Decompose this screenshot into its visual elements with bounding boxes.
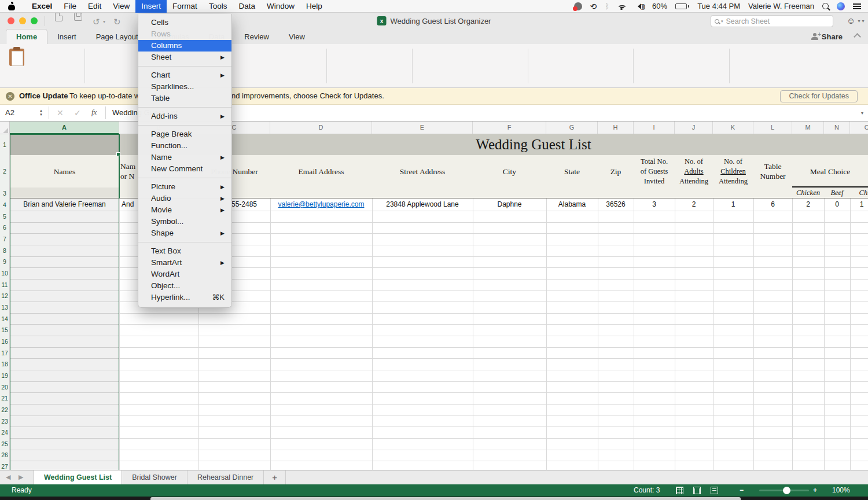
zoom-slider-knob[interactable]	[783, 487, 790, 494]
menu-item-sheet[interactable]: Sheet▶	[138, 52, 231, 63]
row-header-24[interactable]: 24	[0, 427, 9, 438]
column-header-a[interactable]: A	[10, 122, 119, 134]
column-header-i[interactable]: I	[634, 122, 675, 134]
header-zip[interactable]: Zip	[598, 155, 634, 188]
header-state[interactable]: State	[546, 155, 598, 188]
cell-children-row4[interactable]: 1	[713, 199, 753, 210]
subheader-beef[interactable]: Beef	[824, 188, 850, 198]
menubar-item-view[interactable]: View	[107, 0, 135, 13]
check-for-updates-button[interactable]: Check for Updates	[780, 90, 858, 102]
wifi-icon[interactable]	[617, 3, 627, 10]
menu-item-wordart[interactable]: WordArt	[138, 269, 231, 280]
row-header-20[interactable]: 20	[0, 382, 9, 392]
menubar-item-edit[interactable]: Edit	[82, 0, 107, 13]
feedback-smiley-icon[interactable]: ☺ ▾	[847, 16, 865, 25]
column-header-n[interactable]: N	[824, 122, 850, 134]
cell-chicken-row4[interactable]: 2	[792, 199, 824, 210]
column-header-o[interactable]: O	[850, 122, 868, 134]
menu-item-text-box[interactable]: Text Box	[138, 245, 231, 257]
header-total-guests[interactable]: Total No.of GuestsInvited	[634, 155, 675, 188]
menu-item-hyperlink[interactable]: Hyperlink...⌘K	[138, 292, 231, 303]
row-header-9[interactable]: 9	[0, 256, 9, 267]
row-header-23[interactable]: 23	[0, 416, 9, 427]
page-break-view-icon[interactable]	[711, 487, 718, 494]
row-header-7[interactable]: 7	[0, 234, 9, 244]
time-machine-icon[interactable]: ⟲	[590, 2, 597, 11]
row-header-strip[interactable]: 1234567891011121314151617181920212223242…	[0, 134, 10, 470]
cell-state-row4[interactable]: Alabama	[546, 199, 598, 210]
bluetooth-icon[interactable]: ᛒ	[605, 2, 609, 10]
menu-item-rows[interactable]: Rows	[138, 28, 231, 40]
row-header-15[interactable]: 15	[0, 325, 9, 335]
header-meal-choice[interactable]: Meal Choice	[792, 155, 868, 188]
menu-item-chart[interactable]: Chart▶	[138, 69, 231, 81]
menu-item-symbol[interactable]: Symbol...	[138, 216, 231, 227]
menubar-item-insert[interactable]: Insert	[135, 0, 167, 13]
row-header-1[interactable]: 1	[0, 139, 9, 150]
siri-icon[interactable]	[837, 2, 845, 10]
menubar-item-format[interactable]: Format	[167, 0, 203, 13]
undo-icon[interactable]: ↺	[93, 17, 100, 27]
column-header-e[interactable]: E	[372, 122, 473, 134]
row-header-21[interactable]: 21	[0, 393, 9, 403]
row-header-16[interactable]: 16	[0, 336, 9, 347]
search-sheet-input[interactable]: ▾ Search Sheet	[711, 15, 833, 27]
save-icon[interactable]	[74, 13, 82, 21]
ribbon-tab-view[interactable]: View	[279, 30, 315, 45]
zoom-out-button[interactable]: −	[740, 486, 744, 494]
page-layout-view-icon[interactable]	[693, 487, 701, 494]
row-header-8[interactable]: 8	[0, 245, 9, 256]
column-header-strip[interactable]: ABCDEFGHIJKLMNO	[0, 122, 868, 134]
column-header-m[interactable]: M	[792, 122, 824, 134]
confirm-entry-icon[interactable]: ✓	[74, 108, 81, 117]
notification-center-icon[interactable]	[853, 3, 861, 9]
cell-total-row4[interactable]: 3	[634, 199, 675, 210]
sheet-tab-wedding-guest-list[interactable]: Wedding Guest List	[34, 470, 122, 485]
menu-item-object[interactable]: Object...	[138, 280, 231, 292]
column-header-k[interactable]: K	[713, 122, 753, 134]
menubar-item-help[interactable]: Help	[300, 0, 328, 13]
new-workbook-icon[interactable]	[55, 13, 62, 21]
menu-item-add-ins[interactable]: Add-ins▶	[138, 111, 231, 122]
menubar-clock[interactable]: Tue 4:44 PM	[697, 2, 740, 10]
undo-dropdown-arrow-icon[interactable]: ▾	[103, 19, 105, 24]
insert-function-icon[interactable]: fx	[91, 108, 97, 117]
cell-city-row4[interactable]: Daphne	[473, 199, 546, 210]
normal-view-icon[interactable]	[676, 487, 683, 494]
menu-item-function[interactable]: Function...	[138, 140, 231, 152]
row-header-3[interactable]: 3	[0, 188, 9, 198]
row-header-25[interactable]: 25	[0, 439, 9, 449]
menu-item-sparklines[interactable]: Sparklines...	[138, 81, 231, 93]
zoom-in-button[interactable]: +	[813, 486, 817, 494]
collapse-ribbon-icon[interactable]	[854, 33, 861, 41]
header-table-number[interactable]: TableNumber	[753, 155, 792, 188]
cell-a1[interactable]	[10, 134, 119, 155]
row-header-27[interactable]: 27	[0, 461, 9, 470]
add-sheet-button[interactable]: +	[264, 470, 286, 485]
menu-item-page-break[interactable]: Page Break	[138, 128, 231, 140]
expand-formula-bar-icon[interactable]: ▾	[861, 111, 863, 116]
row-header-12[interactable]: 12	[0, 291, 9, 301]
prev-sheet-icon[interactable]: ◀	[6, 473, 10, 481]
meeting-app-icon[interactable]	[574, 2, 582, 10]
row-header-4[interactable]: 4	[0, 200, 9, 210]
header-city[interactable]: City	[473, 155, 546, 188]
column-header-h[interactable]: H	[598, 122, 634, 134]
header-email[interactable]: Email Address	[270, 155, 372, 188]
dismiss-update-icon[interactable]: ✕	[6, 92, 14, 101]
zoom-slider[interactable]	[759, 490, 809, 491]
column-header-j[interactable]: J	[675, 122, 713, 134]
cell-street-row4[interactable]: 23848 Applewood Lane	[372, 199, 473, 210]
menu-item-name[interactable]: Name▶	[138, 152, 231, 163]
menu-item-columns[interactable]: Columns	[138, 40, 231, 52]
menubar-item-file[interactable]: File	[58, 0, 82, 13]
cell-table-row4[interactable]: 6	[753, 199, 792, 210]
cell-child-row4[interactable]: 1	[850, 199, 868, 210]
cell-email-row4[interactable]: valerie@bettylupaperie.com	[270, 199, 372, 210]
subheader-chicken[interactable]: Chicken	[792, 188, 824, 198]
subheader-child[interactable]: Child	[850, 188, 868, 198]
row-header-11[interactable]: 11	[0, 280, 9, 290]
spotlight-icon[interactable]	[822, 3, 829, 9]
menu-item-cells[interactable]: Cells	[138, 17, 231, 28]
row-header-18[interactable]: 18	[0, 359, 9, 369]
